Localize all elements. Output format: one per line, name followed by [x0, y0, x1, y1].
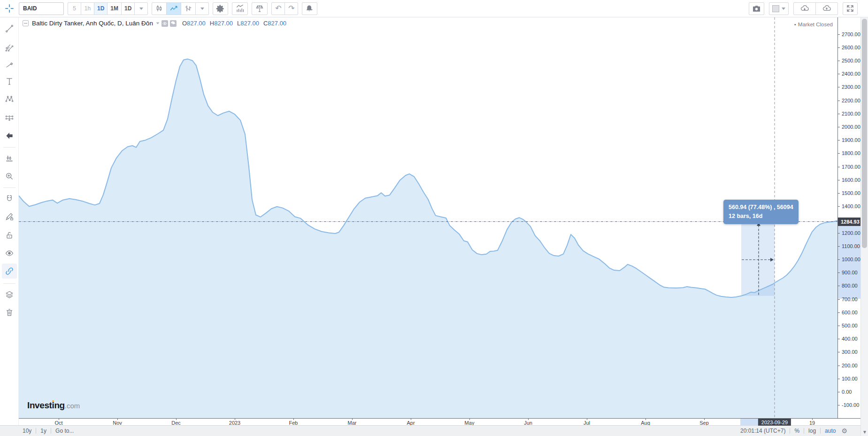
price-axis[interactable]: 2700.002600.002500.002400.002300.002200.…: [837, 17, 860, 418]
time-axis-tick: [812, 419, 813, 420]
chart-legend: Baltic Dirty Tanker, Anh Quốc, D, Luân Đ…: [23, 20, 291, 27]
time-axis-tick: [587, 419, 587, 420]
chart-application: 51h1D1M1D: [0, 0, 868, 436]
bar-style-button[interactable]: [181, 2, 196, 15]
measure-tooltip-line1: 560.94 (77.48%) , 56094: [729, 203, 793, 212]
save-chart-button[interactable]: [815, 2, 838, 15]
market-status-badge: •Market Closed: [794, 22, 833, 27]
pitchfork-tool[interactable]: [2, 40, 17, 55]
trend-line-tool[interactable]: [2, 21, 17, 36]
legend-eye-icon[interactable]: [161, 20, 168, 27]
redo-button[interactable]: ↷: [284, 2, 298, 15]
clock-label[interactable]: 20:01:14 (UTC+7): [740, 428, 785, 434]
bar-pattern-tool[interactable]: [2, 151, 17, 166]
compare-scales-button[interactable]: [252, 2, 268, 15]
time-axis[interactable]: OctNovDec2023FebMarAprMayJunJulAugSep19 …: [19, 418, 860, 425]
text-tool[interactable]: [2, 74, 17, 89]
time-axis-tick: [411, 419, 411, 420]
chart-pane[interactable]: Baltic Dirty Tanker, Anh Quốc, D, Luân Đ…: [19, 17, 837, 418]
xabcd-pattern-tool[interactable]: [2, 92, 17, 107]
interval-button-group: 51h1D1M1D: [68, 2, 148, 15]
close-label: C: [263, 20, 268, 27]
topbar-right-cluster: [744, 2, 858, 15]
object-tree-layers-tool[interactable]: [2, 287, 17, 302]
edit-lock-tool[interactable]: [2, 209, 17, 224]
legend-gear-icon[interactable]: [170, 20, 177, 27]
unlock-tool[interactable]: [2, 228, 17, 243]
time-axis-tick: [235, 419, 235, 420]
measure-tooltip: 560.94 (77.48%) , 56094 12 bars, 16d: [723, 200, 799, 224]
hide-drawings-eye-tool[interactable]: [2, 246, 17, 261]
caret-down-icon[interactable]: [156, 22, 159, 24]
scrollbar-thumb[interactable]: [862, 19, 867, 248]
zoom-in-tool[interactable]: [2, 169, 17, 184]
open-value: 827.00: [187, 20, 206, 27]
top-toolbar: 51h1D1M1D: [0, 0, 868, 17]
axis-mode-[interactable]: %: [794, 428, 799, 434]
candlestick-style-button[interactable]: [152, 2, 167, 15]
interval-button-1D-4[interactable]: 1D: [121, 2, 135, 15]
brush-tool[interactable]: [2, 57, 17, 72]
interval-button-5-0[interactable]: 5: [68, 2, 81, 15]
area-fill: [19, 59, 837, 418]
legend-collapse-icon[interactable]: [23, 20, 29, 26]
caret-down-icon: [139, 8, 143, 10]
drawing-tools-rail: [0, 17, 19, 425]
price-area-chart: [19, 17, 837, 418]
time-axis-tick: [645, 419, 646, 420]
page-scrollbar[interactable]: ▼: [860, 17, 868, 436]
undo-button[interactable]: ↶: [271, 2, 285, 15]
time-axis-tick: [176, 419, 177, 420]
time-axis-tick: [469, 419, 470, 420]
measure-band[interactable]: [741, 222, 775, 296]
redo-icon: ↷: [288, 5, 294, 12]
remove-drawings-trash-tool[interactable]: [2, 305, 17, 320]
load-chart-button[interactable]: [793, 2, 816, 15]
fullscreen-button[interactable]: [843, 2, 858, 15]
indicators-button[interactable]: [232, 2, 248, 15]
symbol-input[interactable]: [19, 2, 64, 15]
create-alert-button[interactable]: [302, 2, 317, 15]
undo-icon: ↶: [275, 5, 281, 12]
time-axis-tick: [59, 419, 59, 420]
time-axis-tick: [117, 419, 118, 420]
time-axis-tick: [352, 419, 353, 420]
ohlc-values: O827.00 H827.00 L827.00 C827.00: [182, 20, 291, 27]
interval-button-1M-3[interactable]: 1M: [107, 2, 122, 15]
screenshot-camera-button[interactable]: [749, 2, 764, 15]
legend-title[interactable]: Baltic Dirty Tanker, Anh Quốc, D, Luân Đ…: [32, 20, 153, 27]
settings-gear-button[interactable]: [213, 2, 228, 15]
measure-tooltip-line2: 12 bars, 16d: [729, 212, 793, 221]
axis-mode-auto[interactable]: auto: [825, 428, 836, 434]
range-button-go-to-[interactable]: Go to...: [55, 428, 74, 434]
style-dropdown-button[interactable]: [195, 2, 209, 15]
low-value: 827.00: [240, 20, 259, 27]
layout-grid-icon: [772, 5, 779, 12]
range-button-1y[interactable]: 1y: [40, 428, 46, 434]
interval-button-1D-2[interactable]: 1D: [94, 2, 108, 15]
range-buttons: 10y1yGo to...: [23, 428, 74, 434]
close-value: 827.00: [268, 20, 286, 27]
caret-down-icon: [200, 8, 204, 10]
time-axis-tick: [293, 419, 294, 420]
interval-button-1h-1[interactable]: 1h: [81, 2, 94, 15]
area-chart-style-button[interactable]: [166, 2, 181, 15]
axis-mode-log[interactable]: log: [808, 428, 816, 434]
bottom-toolbar: 10y1yGo to... 20:01:14 (UTC+7) %logauto …: [0, 425, 860, 436]
axis-settings-gear-icon[interactable]: ⚙: [841, 427, 847, 435]
range-button-10y[interactable]: 10y: [23, 428, 31, 434]
open-label: O: [182, 20, 187, 27]
link-tool[interactable]: [2, 264, 17, 279]
forecast-tool[interactable]: [2, 110, 17, 125]
last-price-label: 1284.93: [838, 218, 860, 226]
interval-dropdown-button[interactable]: [134, 2, 148, 15]
back-arrow-button[interactable]: [2, 128, 17, 143]
layout-select-button[interactable]: [769, 2, 789, 15]
status-dot-icon: •: [794, 22, 796, 27]
scrollbar-down-arrow[interactable]: ▼: [861, 428, 868, 436]
magnet-tool[interactable]: [2, 191, 17, 206]
crosshair-date-label: 2023-09-29: [758, 419, 791, 426]
high-label: H: [210, 20, 214, 27]
time-axis-tick: [528, 419, 529, 420]
investing-logo[interactable]: Investing.com: [27, 400, 80, 411]
